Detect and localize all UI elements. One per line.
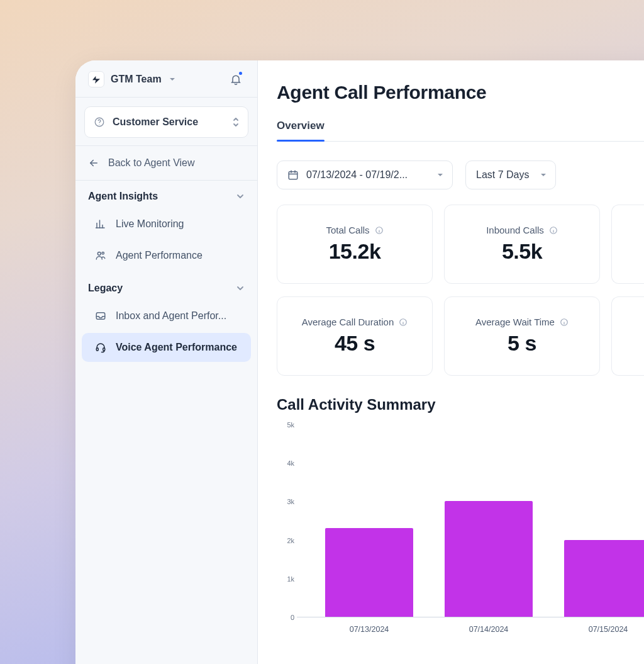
sidebar-item-label: Voice Agent Performance: [116, 342, 237, 353]
svg-point-3: [102, 252, 104, 254]
info-icon[interactable]: [375, 226, 384, 235]
sidebar-item-label: Agent Performance: [116, 250, 203, 261]
back-to-agent-view[interactable]: Back to Agent View: [75, 146, 257, 181]
chart-y-tick: 5k: [287, 421, 294, 429]
chart-x-label: 07/13/2024: [313, 625, 426, 634]
chart-plot-area: [297, 425, 644, 617]
metrics-row-2: Average Call Duration 45 s Average Wait …: [277, 296, 644, 376]
info-icon[interactable]: [560, 318, 569, 327]
page-title: Agent Call Performance: [277, 82, 644, 103]
chart-y-tick: 0: [291, 614, 294, 621]
chart-x-axis: 07/13/202407/14/202407/15/2024: [297, 620, 644, 639]
sidebar-group-agent-insights[interactable]: Agent Insights: [75, 181, 257, 208]
metric-card-avg-call-duration: Average Call Duration 45 s: [277, 296, 433, 376]
call-activity-chart: 01k2k3k4k5k 07/13/202407/14/202407/15/20…: [277, 425, 644, 639]
workspace-select-label: Customer Service: [113, 116, 224, 128]
caret-down-icon: [437, 172, 443, 178]
team-name: GTM Team: [111, 74, 162, 85]
svg-point-1: [99, 124, 99, 125]
chart-x-label: 07/15/2024: [552, 625, 644, 634]
caret-down-icon: [540, 172, 547, 178]
metric-label: Total Calls: [326, 225, 369, 235]
person-icon: [94, 250, 107, 261]
back-label: Back to Agent View: [108, 157, 195, 169]
notification-dot-icon: [238, 70, 243, 76]
sidebar-item-agent-performance[interactable]: Agent Performance: [82, 241, 251, 270]
chevron-up-down-icon: [231, 116, 240, 128]
metric-label: Average Call Duration: [302, 317, 394, 327]
sidebar-group-title: Agent Insights: [88, 191, 158, 202]
chart-x-axis-line: [297, 617, 644, 617]
svg-point-2: [97, 252, 101, 256]
inbox-icon: [94, 310, 107, 322]
tab-overview[interactable]: Overview: [277, 120, 325, 141]
metric-card-partial: [611, 205, 644, 284]
sidebar-item-label: Live Monitoring: [116, 218, 184, 230]
chart-y-axis: 01k2k3k4k5k: [277, 425, 297, 617]
calendar-icon: [287, 169, 299, 181]
metrics-row-1: Total Calls 15.2k Inbound Calls 5.5: [277, 205, 644, 284]
headset-icon: [94, 342, 107, 353]
tab-label: Overview: [277, 120, 325, 132]
sidebar-item-live-monitoring[interactable]: Live Monitoring: [82, 210, 251, 239]
workspace-select[interactable]: Customer Service: [84, 106, 248, 138]
metric-value: 5.5k: [502, 239, 542, 264]
chart-title: Call Activity Summary: [277, 396, 644, 414]
metric-card-partial: [611, 296, 644, 376]
filters-row: 07/13/2024 - 07/19/2... Last 7 Days: [277, 160, 644, 189]
sidebar-group-title: Legacy: [88, 283, 123, 294]
svg-rect-7: [289, 172, 297, 179]
date-preset-select[interactable]: Last 7 Days: [465, 160, 556, 189]
chart-x-label: 07/14/2024: [432, 625, 545, 634]
metric-label: Inbound Calls: [486, 225, 544, 235]
metric-card-total-calls: Total Calls 15.2k: [277, 205, 433, 284]
chart-bar: [564, 540, 644, 617]
sidebar-item-label: Inbox and Agent Perfor...: [116, 310, 226, 322]
metric-value: 45 s: [335, 331, 375, 356]
sidebar-group-legacy[interactable]: Legacy: [75, 271, 257, 300]
notifications-button[interactable]: [227, 70, 245, 88]
app-logo-icon: [88, 71, 104, 87]
sidebar-item-voice-agent-performance[interactable]: Voice Agent Performance: [82, 333, 251, 362]
team-switcher[interactable]: GTM Team: [75, 60, 257, 98]
help-circle-icon: [94, 116, 105, 128]
date-range-picker[interactable]: 07/13/2024 - 07/19/2...: [277, 160, 453, 189]
chart-y-tick: 1k: [287, 575, 294, 583]
chart-bar: [445, 501, 533, 617]
svg-rect-5: [96, 348, 98, 351]
chart-bar: [325, 528, 413, 617]
chart-y-tick: 2k: [287, 537, 294, 544]
chart-y-tick: 4k: [287, 459, 294, 467]
date-preset-text: Last 7 Days: [476, 169, 529, 181]
background: GTM Team: [0, 0, 644, 664]
info-icon[interactable]: [549, 226, 558, 235]
sidebar: GTM Team: [75, 60, 258, 664]
chart-y-tick: 3k: [287, 498, 294, 505]
arrow-left-icon: [88, 157, 99, 169]
chevron-down-icon: [236, 192, 245, 201]
tabs: Overview: [277, 120, 644, 142]
chevron-down-icon: [236, 284, 245, 293]
metric-card-inbound-calls: Inbound Calls 5.5k: [444, 205, 600, 284]
sidebar-item-inbox-agent-performance[interactable]: Inbox and Agent Perfor...: [82, 301, 251, 330]
bars-icon: [94, 218, 107, 230]
metric-value: 15.2k: [329, 239, 381, 264]
date-range-text: 07/13/2024 - 07/19/2...: [306, 169, 426, 181]
metric-card-avg-wait-time: Average Wait Time 5 s: [444, 296, 600, 376]
caret-down-icon: [169, 76, 175, 82]
main-content: Agent Call Performance Overview 07/13/20…: [258, 60, 644, 664]
info-icon[interactable]: [399, 318, 408, 327]
metric-value: 5 s: [508, 331, 536, 356]
app-window: GTM Team: [75, 60, 644, 664]
metric-label: Average Wait Time: [475, 317, 555, 327]
